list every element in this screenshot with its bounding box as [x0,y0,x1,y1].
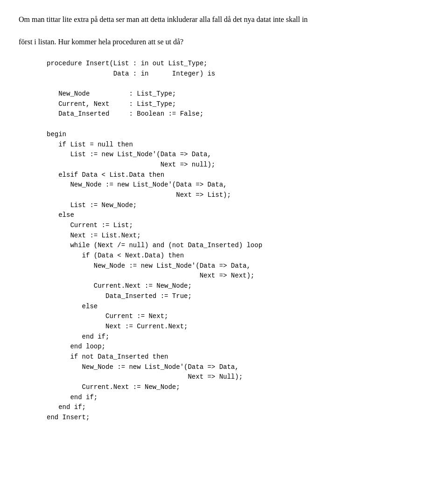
intro-line2: först i listan. Hur kommer hela procedur… [19,36,429,48]
code-block: procedure Insert(List : in out List_Type… [19,59,429,423]
intro-line1: Om man tittar lite extra på detta ser ma… [19,14,429,25]
